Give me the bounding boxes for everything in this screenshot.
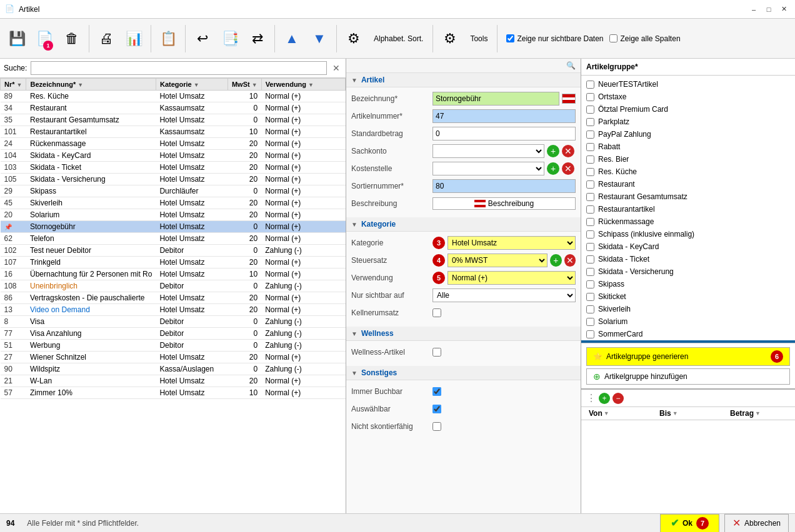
right-list-checkbox[interactable]	[586, 255, 594, 264]
steuersatz-add-button[interactable]: +	[550, 254, 561, 267]
col-nr[interactable]: Nr* ▼	[1, 79, 26, 91]
tools-gear-button[interactable]: ⚙	[437, 22, 463, 55]
table-row[interactable]: 108UneinbringlichDebitor0Zahlung (-)	[1, 280, 346, 292]
right-list-item[interactable]: SommerCard	[581, 328, 795, 340]
right-list-checkbox[interactable]	[586, 118, 594, 126]
bezeichnung-input[interactable]	[432, 92, 559, 106]
right-list-item[interactable]: Skidata - Ticket	[581, 253, 795, 265]
table-row[interactable]: 102Test neuer DebitorDebitor0Zahlung (-)	[1, 245, 346, 257]
nicht-skontierfaehig-checkbox[interactable]	[432, 422, 441, 431]
kostenstelle-add-button[interactable]: +	[547, 162, 559, 175]
kellnerumsatz-checkbox[interactable]	[432, 308, 441, 317]
table-row[interactable]: 27Wiener SchnitzelHotel Umsatz20Normal (…	[1, 352, 346, 363]
table-row[interactable]: 89Res. KücheHotel Umsatz10Normal (+)	[1, 91, 346, 102]
sonstiges-section-header[interactable]: ▼ Sonstiges	[346, 366, 581, 380]
right-list-checkbox[interactable]	[586, 280, 594, 288]
table-row[interactable]: 51WerbungDebitor0Zahlung (-)	[1, 340, 346, 352]
undo-button[interactable]: ↩	[189, 22, 216, 55]
right-list-checkbox[interactable]	[586, 330, 594, 338]
detail-search-icon[interactable]: 🔍	[566, 61, 576, 70]
right-list-checkbox[interactable]	[586, 106, 594, 114]
right-list-checkbox[interactable]	[586, 230, 594, 239]
col-von[interactable]: Von ▼	[586, 407, 657, 420]
kategorie-select[interactable]: Hotel Umsatz	[448, 236, 576, 250]
table-row[interactable]: 86Vertragskosten - Die pauschalierteHote…	[1, 292, 346, 304]
right-list-checkbox[interactable]	[586, 318, 594, 326]
table-row[interactable]: 45SkiverleihHotel Umsatz20Normal (+)	[1, 197, 346, 209]
sachkonto-add-button[interactable]: +	[547, 145, 559, 157]
cancel-button[interactable]: ✕ Abbrechen	[724, 514, 789, 533]
right-list-item[interactable]: Skiverleih	[581, 303, 795, 315]
table-row[interactable]: 34RestaurantKassaumsatz0Normal (+)	[1, 102, 346, 114]
right-list-item[interactable]: Ötztal Premium Card	[581, 103, 795, 116]
right-list-checkbox[interactable]	[586, 168, 594, 176]
print-button[interactable]: 🖨	[93, 22, 119, 55]
col-bezeichnung[interactable]: Bezeichnung* ▼	[26, 79, 156, 91]
table-row[interactable]: 101RestaurantartikelKassaumsatz10Normal …	[1, 126, 346, 138]
col-betrag[interactable]: Betrag ▼	[728, 407, 771, 420]
col-mwst[interactable]: MwSt ▼	[228, 79, 261, 91]
move-up-button[interactable]: ▲	[279, 22, 305, 55]
artikelgruppe-generate-button[interactable]: ⭐ Artikelgruppe generieren 6	[586, 347, 790, 366]
table-row[interactable]: 29SkipassDurchläufer0Normal (+)	[1, 185, 346, 197]
right-list-item[interactable]: PayPal Zahlung	[581, 128, 795, 140]
right-list-item[interactable]: NeuerTESTArtikel	[581, 78, 795, 91]
copy-button[interactable]: 📋	[155, 22, 181, 55]
col-verwendung[interactable]: Verwendung ▼	[261, 79, 345, 91]
auswahlbar-checkbox[interactable]	[432, 405, 441, 413]
table-row[interactable]: 105Skidata - VersicherungHotel Umsatz20N…	[1, 174, 346, 185]
flag-icon[interactable]	[562, 94, 576, 104]
table-row[interactable]: 📌StornogebührHotel Umsatz0Normal (+)	[1, 221, 346, 233]
steuersatz-select[interactable]: 0% MWST	[448, 254, 548, 267]
ok-button[interactable]: ✔ Ok 7	[660, 514, 719, 533]
right-list-item[interactable]: Schipass (inklusive einmalig)	[581, 228, 795, 240]
immer-buchbar-checkbox[interactable]	[432, 387, 441, 396]
right-list-checkbox[interactable]	[586, 205, 594, 214]
right-list-checkbox[interactable]	[586, 143, 594, 151]
delete-button[interactable]: 🗑	[59, 22, 85, 55]
artikel-section-header[interactable]: ▼ Artikel	[346, 73, 581, 87]
table-row[interactable]: 77Visa AnzahlungDebitor0Zahlung (-)	[1, 328, 346, 340]
new-button[interactable]: 📄 1	[31, 22, 58, 55]
kostenstelle-del-button[interactable]: ✕	[562, 162, 574, 175]
beschreibung-button[interactable]: Beschreibung	[432, 197, 576, 210]
col-kategorie[interactable]: Kategorie ▼	[156, 79, 228, 91]
show-all-cols-checkbox[interactable]	[609, 34, 618, 42]
table-row[interactable]: 24RückenmassageHotel Umsatz20Normal (+)	[1, 138, 346, 150]
table-row[interactable]: 13Video on DemandHotel Umsatz20Normal (+…	[1, 304, 346, 316]
tools-button[interactable]: Tools	[464, 30, 493, 47]
show-visible-checkbox[interactable]	[506, 34, 514, 42]
price-del-button[interactable]: −	[612, 393, 624, 404]
table-row[interactable]: 57Zimmer 10%Hotel Umsatz10Normal (+)	[1, 387, 346, 399]
sachkonto-del-button[interactable]: ✕	[562, 145, 574, 157]
right-list-checkbox[interactable]	[586, 243, 594, 251]
right-list-checkbox[interactable]	[586, 131, 594, 139]
verwendung-select[interactable]: Normal (+)	[448, 271, 576, 285]
table-row[interactable]: 103Skidata - TicketHotel Umsatz20Normal …	[1, 162, 346, 174]
duplicate-button[interactable]: 📑	[217, 22, 243, 55]
artikelnummer-input[interactable]	[432, 109, 576, 123]
nur-sichtbar-select[interactable]: Alle	[432, 288, 576, 302]
search-input[interactable]	[31, 61, 327, 75]
minimize-button[interactable]: –	[748, 3, 760, 16]
kategorie-section-header[interactable]: ▼ Kategorie	[346, 217, 581, 232]
search-clear-button[interactable]: ✕	[331, 62, 342, 74]
right-list-checkbox[interactable]	[586, 155, 594, 164]
right-list-item[interactable]: Restaurantartikel	[581, 203, 795, 215]
right-list-item[interactable]: Res. Bier	[581, 153, 795, 165]
right-list-checkbox[interactable]	[586, 81, 594, 89]
right-list-item[interactable]: Rückenmassage	[581, 215, 795, 228]
right-list-checkbox[interactable]	[586, 218, 594, 226]
right-list-item[interactable]: Ortstaxe	[581, 91, 795, 103]
table-row[interactable]: 90WildspitzKassa/Auslagen0Zahlung (-)	[1, 363, 346, 375]
right-list-item[interactable]: Parkplatz	[581, 116, 795, 128]
wellness-artikel-checkbox[interactable]	[432, 348, 441, 357]
table-row[interactable]: 35Restaurant GesamtumsatzHotel Umsatz0No…	[1, 114, 346, 126]
table-row[interactable]: 107TrinkgeldHotel Umsatz20Normal (+)	[1, 257, 346, 268]
save-button[interactable]: 💾	[4, 22, 30, 55]
table-row[interactable]: 8VisaDebitor0Zahlung (-)	[1, 316, 346, 328]
right-list-checkbox[interactable]	[586, 305, 594, 313]
right-list-checkbox[interactable]	[586, 293, 594, 301]
table-row[interactable]: 104Skidata - KeyCardHotel Umsatz20Normal…	[1, 150, 346, 162]
kostenstelle-select[interactable]	[432, 162, 544, 175]
